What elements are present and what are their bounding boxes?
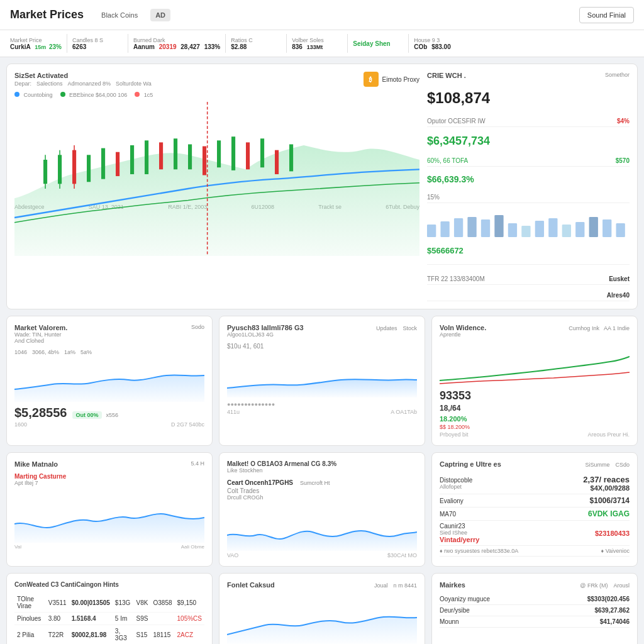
mike-card: Mike Matnalo 5.4 H Marting Casturne Apt … bbox=[6, 452, 213, 567]
ticker-divider-6 bbox=[408, 34, 409, 53]
table-row: TOlne Virae V3511 $0.00|013505 $13G V8K … bbox=[14, 593, 204, 613]
main-content: SizSet Activated Depar: Salections Admon… bbox=[0, 57, 644, 644]
nav-black-coins[interactable]: Black Coins bbox=[96, 9, 143, 21]
mk-title-area: Malket! O CB1AO3 Armenal CG 8.3% Like St… bbox=[227, 460, 336, 474]
stat-5: Alres40 bbox=[427, 290, 630, 301]
svg-rect-22 bbox=[427, 225, 436, 237]
svg-rect-9 bbox=[130, 145, 134, 174]
legend-item-3: 1c5 bbox=[135, 92, 153, 98]
vw-right: Cumhog Ink AA 1 Indie bbox=[569, 324, 630, 331]
nav-ad[interactable]: AD bbox=[150, 9, 170, 21]
chart-header: SizSet Activated Depar: Salections Admon… bbox=[14, 72, 419, 87]
mv-value-area: $5,28556 Out 00% x556 bbox=[14, 406, 204, 420]
stats-header: CRIE WCH . Somethor bbox=[427, 72, 630, 79]
svg-rect-31 bbox=[548, 218, 557, 237]
coin-header: ₿ Eimoto Proxy bbox=[364, 72, 419, 87]
vw-title-area: Voln Widence. Aprentle bbox=[440, 324, 486, 338]
ce-row-1: Evaliony $1006/3714 bbox=[440, 494, 630, 508]
chart-stats-panel: CRIE WCH . Somethor $108,874 Oputor OCES… bbox=[427, 72, 630, 301]
ce-row-0: Distopcoble Allofopet 2,37/ reaces $4X,0… bbox=[440, 473, 630, 494]
svg-rect-11 bbox=[159, 142, 163, 169]
mv-header: Market Valorem. Wade: TIN, Hunter And Cl… bbox=[14, 324, 204, 344]
svg-rect-15 bbox=[217, 140, 221, 167]
fonlet-card: Fonlet Caksud Joual n m 8441 bbox=[219, 573, 425, 644]
mk-chart bbox=[227, 501, 417, 551]
fc-header: Fonlet Caksud Joual n m 8441 bbox=[227, 581, 417, 589]
chart-legend: Countobing EBEbince $64,000 106 1c5 bbox=[14, 92, 419, 98]
ce-subtitles: SiSumme CSdo bbox=[585, 460, 630, 468]
conweated-card: ConWeated C3 CantiCaingon Hints TOlne Vi… bbox=[6, 573, 213, 644]
svg-rect-13 bbox=[188, 144, 192, 169]
vw-stats: 93353 18,/64 18.200% $$ 18.200% bbox=[440, 389, 630, 430]
mm-header: Mike Matnalo 5.4 H bbox=[14, 460, 204, 468]
svg-rect-33 bbox=[575, 222, 584, 237]
mm-sub-label: Apt Iltej 7 bbox=[14, 480, 204, 486]
svg-rect-6 bbox=[87, 155, 91, 182]
svg-rect-18 bbox=[260, 138, 264, 167]
svg-rect-19 bbox=[275, 150, 279, 174]
main-price: $108,874 bbox=[427, 89, 630, 107]
main-chart-card: SizSet Activated Depar: Salections Admon… bbox=[6, 64, 638, 309]
vw-sub-label: $$ 18.200% bbox=[440, 424, 630, 430]
market-valorem-card: Market Valorem. Wade: TIN, Hunter And Cl… bbox=[6, 316, 213, 446]
tertiary-price: $66,639.3% bbox=[427, 174, 630, 184]
mv-title-area: Market Valorem. Wade: TIN, Hunter And Cl… bbox=[14, 324, 67, 344]
py-chart bbox=[227, 353, 417, 397]
bottom-price: $5666672 bbox=[427, 246, 630, 255]
svg-rect-16 bbox=[231, 136, 235, 170]
svg-rect-35 bbox=[602, 219, 611, 237]
mk-header: Malket! O CB1AO3 Armenal CG 8.3% Like St… bbox=[227, 460, 417, 474]
ticker-divider-3 bbox=[225, 34, 226, 53]
main-chart-layout: SizSet Activated Depar: Salections Admon… bbox=[14, 72, 630, 301]
mk-sub-section: Ceart Oncenh17PGHS Sumcroft Ht bbox=[227, 479, 417, 486]
py-right: Updates Stock bbox=[376, 324, 417, 331]
ce-row-2: MA70 6VDK IGAG bbox=[440, 508, 630, 521]
svg-rect-24 bbox=[454, 218, 463, 237]
chart-labels: Depar: Salections Admonanzed 8% Solturdo… bbox=[14, 80, 152, 87]
chart-svg bbox=[14, 102, 419, 256]
fc-subtitles: Joual n m 8441 bbox=[374, 581, 417, 589]
legend-dot-2 bbox=[60, 92, 65, 97]
mairkes-subtitles: @ FRk (M) Arousl bbox=[580, 581, 630, 589]
svg-rect-28 bbox=[508, 223, 517, 237]
legend-dot-1 bbox=[14, 92, 19, 97]
mairkes-row-1: Deur/ysibe $639,27.862 bbox=[440, 605, 630, 616]
ticker-divider-5 bbox=[347, 34, 348, 53]
row4-cards: ConWeated C3 CantiCaingon Hints TOlne Vi… bbox=[6, 573, 638, 644]
svg-rect-14 bbox=[203, 147, 206, 175]
vw-badge: 18.200% bbox=[440, 415, 630, 423]
mv-chart bbox=[14, 358, 204, 402]
stats-divider bbox=[427, 264, 630, 265]
svg-rect-26 bbox=[481, 219, 490, 237]
chart-title-area: SizSet Activated Depar: Salections Admon… bbox=[14, 72, 152, 87]
mv-legend: 1046 3066, 4b% 1a% 5a% bbox=[14, 349, 204, 355]
table-row: Pinolues 3.80 1.5168.4 5 Im S9S 105%CS bbox=[14, 613, 204, 625]
py-price: $10u 41, 601 bbox=[227, 343, 417, 350]
mini-bar-chart bbox=[427, 212, 630, 237]
py-dot-legend: ●●●●●●●●●●●●●● bbox=[227, 401, 417, 408]
pyusch-card: Pyusch83 Iallmli786 G3 Algoo1LOLJ63 4G U… bbox=[219, 316, 425, 446]
sound-finial-button[interactable]: Sound Finial bbox=[579, 7, 634, 23]
svg-rect-8 bbox=[116, 152, 119, 176]
svg-rect-10 bbox=[145, 140, 148, 174]
ce-row-4: ♦ rwo sysuestes rebetc383e.0A ♦ Vaivenio… bbox=[440, 546, 630, 557]
mairkes-row-2: Mounn $41,74046 bbox=[440, 616, 630, 628]
svg-rect-20 bbox=[289, 144, 293, 171]
mk-chart-sub: Drcull CROGh bbox=[227, 494, 417, 501]
svg-rect-17 bbox=[246, 142, 250, 169]
py-timeline: 411u A OA1TAb bbox=[227, 409, 417, 415]
vw-chart bbox=[440, 343, 630, 387]
ce-row-3: Caunir23 Sied IShee Vintad/yerry $231804… bbox=[440, 521, 630, 546]
main-nav: Black Coins AD bbox=[96, 9, 170, 21]
chart-left-panel: SizSet Activated Depar: Salections Admon… bbox=[14, 72, 419, 301]
svg-rect-34 bbox=[589, 217, 598, 237]
mv-timeline: 1600 D 2G7 540bc bbox=[14, 421, 204, 428]
row2-cards: Market Valorem. Wade: TIN, Hunter And Cl… bbox=[6, 316, 638, 446]
svg-rect-23 bbox=[440, 221, 449, 237]
svg-rect-7 bbox=[101, 148, 105, 179]
captring-card: Captring e Ultre es SiSumme CSdo Distopc… bbox=[431, 452, 638, 567]
svg-rect-29 bbox=[521, 226, 530, 237]
legend-item-2: EBEbince $64,000 106 bbox=[60, 92, 128, 98]
chart-title: SizSet Activated bbox=[14, 72, 152, 79]
mairkes-row-0: Ooyanizy muguce $$303(020.456 bbox=[440, 594, 630, 605]
